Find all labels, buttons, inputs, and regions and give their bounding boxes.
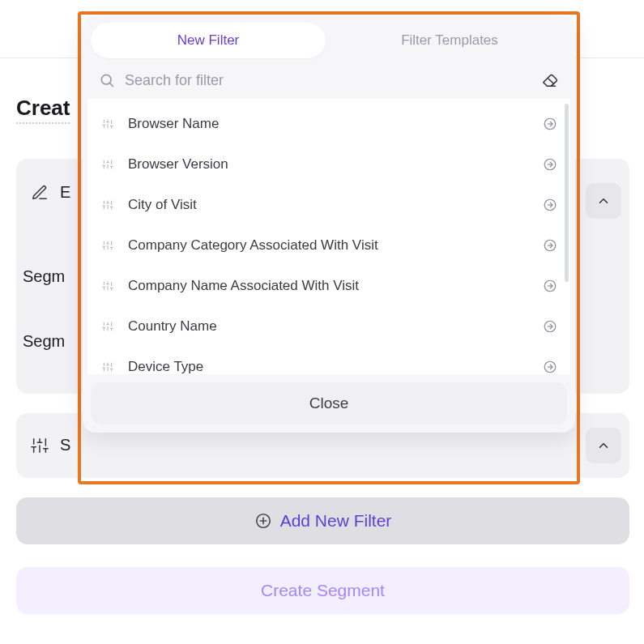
arrow-right-circle-icon	[543, 279, 557, 293]
filter-option[interactable]: Browser Name	[91, 104, 567, 144]
plus-circle-icon	[254, 512, 272, 530]
eraser-icon[interactable]	[541, 71, 559, 89]
sliders-icon	[99, 159, 117, 170]
edit-row-label: E	[60, 183, 70, 202]
svg-line-14	[548, 79, 553, 83]
arrow-right-circle-icon	[543, 117, 557, 131]
svg-point-12	[101, 75, 111, 84]
filter-option-label: Browser Name	[128, 116, 543, 132]
create-segment-button[interactable]: Create Segment	[16, 567, 629, 614]
filter-option[interactable]: City of Visit	[91, 185, 567, 225]
arrow-right-circle-icon	[543, 238, 557, 253]
collapse-toggle-2[interactable]	[586, 428, 621, 463]
sliders-icon	[99, 199, 117, 211]
filter-option[interactable]: Company Category Associated With Visit	[91, 225, 567, 266]
segment-desc-label: Segm	[23, 332, 65, 351]
arrow-right-circle-icon	[543, 319, 557, 334]
filter-option[interactable]: Browser Version	[91, 144, 567, 185]
tab-new-filter[interactable]: New Filter	[91, 23, 326, 58]
modal-tabs: New Filter Filter Templates	[83, 16, 575, 63]
pencil-icon	[31, 184, 49, 202]
sliders-icon	[99, 240, 117, 251]
filter-option-label: Device Type	[128, 359, 543, 374]
filter-picker-modal: New Filter Filter Templates Browser Name…	[83, 16, 575, 433]
filter-option[interactable]: Device Type	[91, 347, 567, 374]
collapse-toggle[interactable]	[586, 183, 621, 219]
create-segment-label: Create Segment	[261, 581, 385, 600]
page-title: Creat	[16, 96, 70, 124]
close-button[interactable]: Close	[91, 382, 567, 424]
sliders-icon	[99, 321, 117, 332]
arrow-right-circle-icon	[543, 360, 557, 374]
arrow-right-circle-icon	[543, 198, 557, 212]
add-new-filter-label: Add New Filter	[280, 511, 392, 531]
filter-option-label: City of Visit	[128, 197, 543, 213]
chevron-up-icon	[596, 438, 611, 453]
filters-row-label: S	[60, 436, 70, 454]
segment-filters-row[interactable]: S	[31, 436, 70, 454]
filter-option-label: Country Name	[128, 318, 543, 335]
filter-list-container: Browser Name Browser Version City of Vis…	[87, 99, 570, 374]
arrow-right-circle-icon	[543, 157, 557, 172]
tab-filter-templates[interactable]: Filter Templates	[332, 23, 567, 58]
search-icon	[99, 72, 115, 88]
sliders-icon	[99, 361, 117, 373]
filter-option-label: Company Category Associated With Visit	[128, 237, 543, 254]
filter-option-label: Browser Version	[128, 156, 543, 173]
sliders-icon	[99, 280, 117, 292]
sliders-icon	[99, 118, 117, 130]
segment-name-label: Segm	[23, 267, 65, 286]
filter-option[interactable]: Company Name Associated With Visit	[91, 266, 567, 306]
filter-option-label: Company Name Associated With Visit	[128, 278, 543, 294]
search-input[interactable]	[125, 72, 531, 89]
filter-search-row	[83, 63, 575, 99]
scrollbar-thumb[interactable]	[565, 104, 569, 282]
filter-list: Browser Name Browser Version City of Vis…	[87, 99, 570, 374]
sliders-icon	[31, 437, 49, 454]
svg-line-13	[110, 83, 113, 87]
chevron-up-icon	[596, 194, 611, 208]
add-new-filter-button[interactable]: Add New Filter	[16, 497, 629, 544]
filter-option[interactable]: Country Name	[91, 306, 567, 347]
edit-segment-row[interactable]: E	[31, 183, 70, 202]
